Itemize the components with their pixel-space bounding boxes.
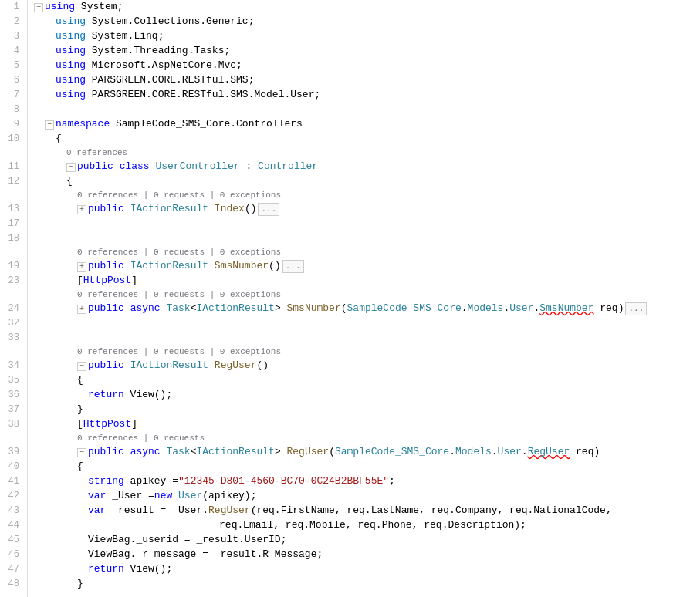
code-line-10: { — [34, 132, 700, 147]
code-line-32 — [34, 316, 700, 331]
code-line-7: using PARSGREEN.CORE.RESTful.SMS.Model.U… — [34, 88, 700, 103]
code-line-5: using Microsoft.AspNetCore.Mvc; — [34, 59, 700, 73]
code-line-12: { — [34, 174, 700, 189]
code-line-35: { — [34, 373, 700, 388]
code-line-42: var _User = new User (apikey); — [34, 489, 700, 504]
code-line-37: } — [34, 403, 700, 417]
fold-btn-13[interactable]: + — [77, 205, 86, 214]
code-line-43: var _result = _User. RegUser (req.FirstN… — [34, 504, 700, 518]
code-line-38: [ HttpPost ] — [34, 417, 700, 432]
fold-btn-11[interactable]: − — [66, 163, 76, 172]
code-line-9: − namespace SampleCode_SMS_Core.Controll… — [34, 117, 700, 132]
code-line-1: − using System; — [34, 0, 700, 15]
code-line-2: using System.Collections.Generic; — [34, 15, 700, 29]
meta-refs-index: 0 references | 0 requests | 0 exceptions — [34, 189, 700, 202]
fold-btn-1[interactable]: − — [34, 3, 43, 12]
meta-refs-class: 0 references — [34, 147, 700, 160]
code-line-13: + public IActionResult Index () ... — [34, 202, 700, 217]
code-line-39: − public async Task < IActionResult > Re… — [34, 445, 700, 460]
code-line-47: return View(); — [34, 562, 700, 577]
code-line-45: ViewBag._userid = _result.UserID; — [34, 533, 700, 548]
collapsed-index[interactable]: ... — [258, 203, 279, 217]
code-line-3: using System.Linq; — [34, 29, 700, 44]
code-line-24: + public async Task < IActionResult > Sm… — [34, 302, 700, 316]
code-line-17 — [34, 217, 700, 231]
fold-btn-24[interactable]: + — [77, 305, 86, 314]
meta-refs-reguser-get: 0 references | 0 requests | 0 exceptions — [34, 346, 700, 359]
meta-refs-smsnumber-get: 0 references | 0 requests | 0 exceptions — [34, 246, 700, 259]
meta-refs-smsnumber-post: 0 references | 0 requests | 0 exceptions — [34, 288, 700, 302]
code-line-8 — [34, 103, 700, 117]
code-line-48: } — [34, 577, 700, 592]
code-line-4: using System.Threading.Tasks; — [34, 44, 700, 59]
fold-btn-9[interactable]: − — [45, 120, 54, 130]
code-line-23: [ HttpPost ] — [34, 274, 700, 288]
code-line-19: + public IActionResult SmsNumber () ... — [34, 259, 700, 274]
fold-btn-34[interactable]: − — [77, 362, 86, 371]
code-editor: 1 2 3 4 5 6 7 8 9 10 11 12 13 17 18 19 2… — [0, 0, 700, 597]
code-line-34: − public IActionResult RegUser () — [34, 359, 700, 373]
code-line-41: string apikey = "12345-D801-4560-BC70-0C… — [34, 474, 700, 489]
code-line-6: using PARSGREEN.CORE.RESTful.SMS; — [34, 73, 700, 88]
code-content: − using System; using System.Collections… — [28, 0, 700, 597]
collapsed-smsnumber-get[interactable]: ... — [282, 260, 304, 274]
fold-btn-39[interactable]: − — [77, 448, 86, 457]
line-numbers: 1 2 3 4 5 6 7 8 9 10 11 12 13 17 18 19 2… — [0, 0, 28, 597]
code-line-40: { — [34, 460, 700, 474]
code-line-36: return View(); — [34, 388, 700, 403]
code-line-44: req.Email, req.Mobile, req.Phone, req.De… — [34, 518, 700, 533]
code-line-18 — [34, 231, 700, 246]
code-line-33 — [34, 331, 700, 346]
code-line-46: ViewBag._r_message = _result.R_Message; — [34, 548, 700, 562]
fold-btn-19[interactable]: + — [77, 262, 86, 272]
code-line-11: − public class UserController : Controll… — [34, 160, 700, 174]
meta-refs-reguser-post: 0 references | 0 requests — [34, 432, 700, 445]
collapsed-smsnumber-post[interactable]: ... — [625, 302, 647, 316]
